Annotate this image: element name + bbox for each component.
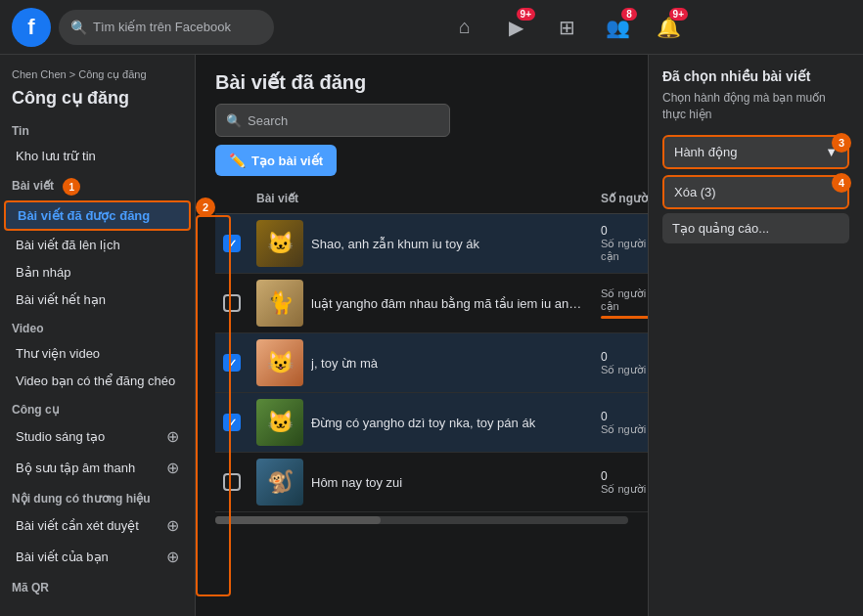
plus-icon-canxet: ⊕ (166, 516, 179, 535)
table-row: 🐈 luật yangho đâm nhau bằng mã tầu iem i… (215, 274, 648, 333)
table-row: 🐱 Shao, anh zẫn khum iu toy ák 0 Số ngườ… (215, 214, 648, 274)
search-area: 🔍 (215, 104, 628, 137)
breadcrumb: Chen Chen > Công cụ đăng (0, 63, 195, 83)
sidebar-title: Công cụ đăng (0, 83, 195, 116)
post-search-input[interactable] (248, 113, 439, 128)
delete-option[interactable]: Xóa (3) (662, 175, 849, 209)
ads-option[interactable]: Tạo quảng cáo... (662, 213, 849, 243)
main-layout: Chen Chen > Công cụ đăng Công cụ đăng Ti… (0, 55, 863, 616)
global-search-bar[interactable]: 🔍 (59, 10, 274, 45)
reach-column-header: Số người tiếp cận (593, 184, 648, 214)
annotation-3: 3 (832, 133, 851, 153)
nav-icons-group: ⌂ ▶ 9+ ⊞ 👥 8 🔔 9+ (282, 4, 851, 51)
facebook-logo: f (12, 8, 51, 47)
main-content: Bài viết đã đăng 🔍 ✏️ Tạo bài viết 2 (196, 55, 648, 616)
post-text-2: luật yangho đâm nhau bằng mã tầu iem iu … (311, 296, 585, 311)
sidebar-item-studio[interactable]: Studio sáng tạo ⊕ (4, 421, 191, 452)
edit-icon: ✏️ (229, 153, 246, 168)
post-thumbnail-2: 🐈 (256, 280, 303, 327)
post-content-cell-2: 🐈 luật yangho đâm nhau bằng mã tầu iem i… (249, 274, 593, 333)
sidebar-item-bai-viet-da-duoc-dang[interactable]: Bài viết đã được đăng (4, 200, 191, 231)
store-icon: ⊞ (559, 16, 575, 39)
post-content-cell-5: 🐒 Hôm nay toy zui (249, 453, 593, 512)
action-dropdown-label: Hành động (674, 145, 737, 159)
checkbox-cell-5[interactable] (215, 453, 249, 512)
notifications-badge: 9+ (669, 8, 688, 21)
sidebar-item-video-dang-cheo[interactable]: Video bạn có thể đăng chéo (4, 368, 191, 394)
post-checkbox-1[interactable] (223, 235, 241, 252)
plus-icon-studio: ⊕ (166, 427, 179, 446)
post-column-header: Bài viết (249, 184, 593, 214)
post-thumbnail-5: 🐒 (256, 459, 303, 506)
post-text-5: Hôm nay toy zui (311, 475, 402, 490)
search-icon: 🔍 (226, 113, 242, 128)
checkbox-cell-4[interactable] (215, 393, 249, 453)
sidebar-item-kho-luu-tru-tin[interactable]: Kho lưu trữ tin (4, 143, 191, 169)
post-text-4: Đừng có yangho dzì toy nka, toy pán ák (311, 416, 535, 430)
sidebar-item-bai-viet-len-lich[interactable]: Bài viết đã lên lịch (4, 232, 191, 258)
table-row: 🐒 Hôm nay toy zui 0 Số người đã tiếp c (215, 453, 648, 512)
video-nav-button[interactable]: ▶ 9+ (492, 4, 539, 51)
sidebar-item-bai-viet-cua-ban[interactable]: Bài viết của bạn ⊕ (4, 542, 191, 572)
video-badge: 9+ (517, 8, 535, 21)
home-icon: ⌂ (459, 16, 471, 38)
main-header: Bài viết đã đăng 🔍 ✏️ Tạo bài viết (196, 55, 648, 184)
friends-badge: 8 (621, 8, 637, 21)
sidebar-item-bo-suu-tap[interactable]: Bộ sưu tập âm thanh ⊕ (4, 453, 191, 483)
plus-icon-cuaban: ⊕ (166, 548, 179, 566)
post-search-bar[interactable]: 🔍 (215, 104, 450, 137)
plus-icon-bosuutap: ⊕ (166, 459, 179, 477)
post-content-cell-1: 🐱 Shao, anh zẫn khum iu toy ák (249, 214, 593, 274)
sidebar-section-baiviet: Bài viết 1 (0, 170, 195, 199)
create-post-button[interactable]: ✏️ Tạo bài viết (215, 145, 337, 176)
top-navigation: f 🔍 ⌂ ▶ 9+ ⊞ 👥 8 🔔 9+ (0, 0, 863, 55)
notifications-nav-button[interactable]: 🔔 9+ (645, 4, 692, 51)
post-thumbnail-3: 😺 (256, 339, 303, 386)
sidebar-section-noidung: Nội dung có thương hiệu (0, 484, 195, 509)
reach-cell-5: 0 Số người đã tiếp c (593, 453, 648, 512)
post-checkbox-2[interactable] (223, 294, 241, 312)
sidebar-item-bai-viet-can-xet[interactable]: Bài viết cần xét duyệt ⊕ (4, 510, 191, 541)
page-title: Bài viết đã đăng (215, 70, 628, 94)
search-icon: 🔍 (70, 20, 87, 35)
post-thumbnail-4: 🐱 (256, 399, 303, 446)
panel-subtitle: Chọn hành động mà bạn muốn thực hiện (662, 90, 849, 123)
post-checkbox-4[interactable] (223, 414, 241, 431)
post-checkbox-3[interactable] (223, 354, 241, 372)
annotation-2: 2 (196, 198, 215, 217)
reach-cell-3: 0 Số người đã tiếp c (593, 333, 648, 393)
store-nav-button[interactable]: ⊞ (543, 4, 590, 51)
sidebar-item-bai-viet-het-han[interactable]: Bài viết hết hạn (4, 286, 191, 313)
horizontal-scrollbar[interactable] (215, 516, 628, 524)
post-content-cell-4: 🐱 Đừng có yangho dzì toy nka, toy pán ák (249, 393, 593, 453)
reach-cell-4: 0 Số người đã tiếp c (593, 393, 648, 453)
table-row: 😺 j, toy ừn mà 0 Số người đã tiếp c (215, 333, 648, 393)
posts-table: Bài viết Số người tiếp cận 🐱 (215, 184, 648, 512)
checkbox-cell-3[interactable] (215, 333, 249, 393)
checkbox-header (215, 184, 249, 214)
post-text-3: j, toy ừn mà (311, 356, 378, 371)
home-nav-button[interactable]: ⌂ (441, 4, 488, 51)
post-content-cell-3: 😺 j, toy ừn mà (249, 333, 593, 393)
checkbox-cell-2[interactable] (215, 274, 249, 333)
right-panel: Đã chọn nhiều bài viết Chọn hành động mà… (648, 55, 863, 616)
annotation-1: 1 (63, 178, 80, 196)
sidebar-section-congu: Công cụ (0, 395, 195, 420)
checkbox-cell-1[interactable] (215, 214, 249, 274)
scrollbar-thumb[interactable] (215, 516, 381, 524)
reach-cell-1: 0 Số người đã tiếp cận (593, 214, 648, 274)
action-dropdown[interactable]: Hành động ▼ (662, 135, 849, 169)
sidebar: Chen Chen > Công cụ đăng Công cụ đăng Ti… (0, 55, 196, 616)
global-search-input[interactable] (93, 20, 262, 34)
posts-table-container: 2 Bài viết Số người tiếp cận (196, 184, 648, 616)
sidebar-section-tin: Tin (0, 116, 195, 142)
post-checkbox-5[interactable] (223, 473, 241, 491)
sidebar-item-ban-nhap[interactable]: Bản nháp (4, 259, 191, 286)
sidebar-section-maqr: Mã QR (0, 573, 195, 598)
post-text-1: Shao, anh zẫn khum iu toy ák (311, 237, 479, 251)
sidebar-item-thu-vien-video[interactable]: Thư viện video (4, 340, 191, 367)
panel-title: Đã chọn nhiều bài viết (662, 68, 849, 84)
friends-nav-button[interactable]: 👥 8 (594, 4, 641, 51)
sidebar-section-video: Video (0, 314, 195, 339)
post-thumbnail-1: 🐱 (256, 220, 303, 267)
